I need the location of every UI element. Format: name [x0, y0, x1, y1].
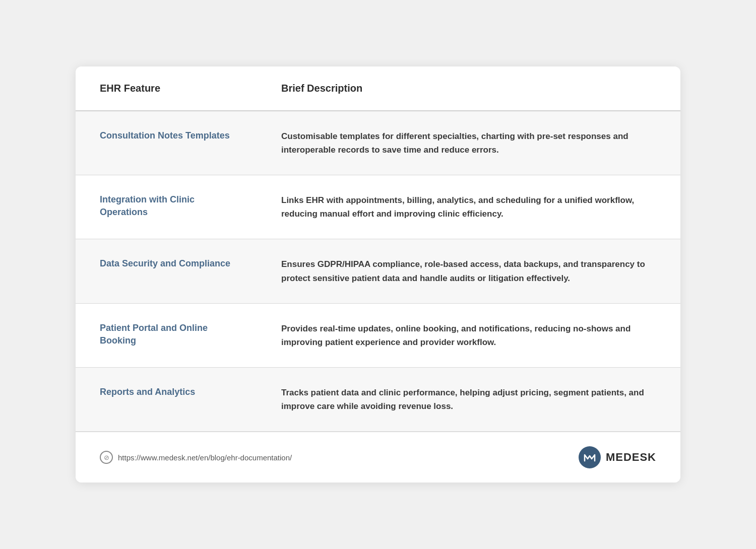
feature-desc-cell: Tracks patient data and clinic performan…	[257, 368, 680, 432]
col-header-feature: EHR Feature	[76, 66, 257, 111]
feature-desc-cell: Ensures GDPR/HIPAA compliance, role-base…	[257, 239, 680, 303]
table-row: Consultation Notes TemplatesCustomisable…	[76, 111, 680, 175]
feature-name-cell: Consultation Notes Templates	[76, 111, 257, 175]
table-header-row: EHR Feature Brief Description	[76, 66, 680, 111]
medesk-logo: MEDESK	[579, 446, 656, 468]
medesk-brand-icon	[579, 446, 601, 468]
col-header-description: Brief Description	[257, 66, 680, 111]
feature-desc-cell: Customisable templates for different spe…	[257, 111, 680, 175]
link-icon	[100, 451, 113, 464]
main-card: EHR Feature Brief Description Consultati…	[76, 66, 680, 483]
ehr-features-table: EHR Feature Brief Description Consultati…	[76, 66, 680, 432]
feature-name-cell: Data Security and Compliance	[76, 239, 257, 303]
footer-url-section: https://www.medesk.net/en/blog/ehr-docum…	[100, 451, 292, 464]
table-row: Reports and AnalyticsTracks patient data…	[76, 368, 680, 432]
feature-name-cell: Patient Portal and Online Booking	[76, 303, 257, 367]
table-row: Integration with Clinic OperationsLinks …	[76, 175, 680, 239]
url-text: https://www.medesk.net/en/blog/ehr-docum…	[118, 453, 292, 462]
feature-desc-cell: Provides real-time updates, online booki…	[257, 303, 680, 367]
footer: https://www.medesk.net/en/blog/ehr-docum…	[76, 432, 680, 483]
table-row: Patient Portal and Online BookingProvide…	[76, 303, 680, 367]
feature-name-cell: Integration with Clinic Operations	[76, 175, 257, 239]
feature-name-cell: Reports and Analytics	[76, 368, 257, 432]
medesk-brand-name: MEDESK	[606, 451, 656, 464]
feature-desc-cell: Links EHR with appointments, billing, an…	[257, 175, 680, 239]
table-row: Data Security and ComplianceEnsures GDPR…	[76, 239, 680, 303]
